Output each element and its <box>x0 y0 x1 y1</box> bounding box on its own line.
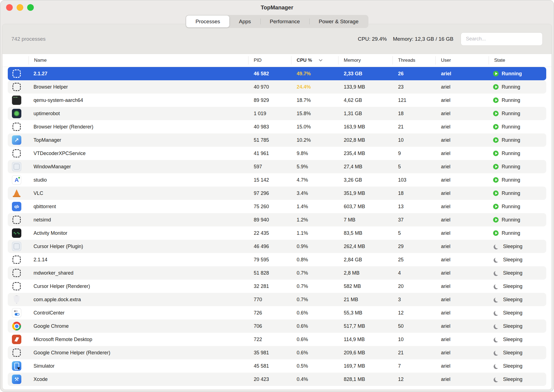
column-header-memory[interactable]: Memory <box>338 54 393 67</box>
table-row[interactable]: Simulator 45 581 0.5% 169,7 MB 7 ariel S… <box>8 359 546 373</box>
process-pid: 35 981 <box>248 350 291 356</box>
table-row[interactable]: Cursor Helper (Plugin) 46 496 0.9% 262,4… <box>8 240 546 253</box>
column-header-user[interactable]: User <box>435 54 489 67</box>
state-label: Sleeping <box>503 310 522 316</box>
table-row[interactable]: VTDecoderXPCService 41 961 9.8% 235,4 MB… <box>8 147 546 160</box>
state-label: Running <box>502 217 520 223</box>
process-cpu: 0.7% <box>291 297 338 303</box>
uptime-app-icon <box>12 109 21 118</box>
process-user: ariel <box>435 230 489 236</box>
tab-performance[interactable]: Performance <box>260 16 309 27</box>
process-memory: 582 MB <box>338 283 393 289</box>
process-state: Running <box>489 217 546 223</box>
process-state: Running <box>489 177 546 183</box>
table-row[interactable]: A studio 15 142 4.7% 3,26 GB 103 ariel R… <box>8 173 546 187</box>
xcode-app-icon: ⚒ <box>12 375 21 384</box>
table-row[interactable]: netsimd 89 940 1.2% 7 MB 37 ariel Runnin… <box>8 213 546 226</box>
process-threads: 20 <box>393 283 435 289</box>
sleeping-moon-icon <box>495 363 500 368</box>
table-row[interactable]: ⚒ Xcode 20 423 0.4% 828,1 MB 12 ariel Sl… <box>8 373 546 386</box>
process-user: ariel <box>435 177 489 183</box>
table-row[interactable]: mdworker_shared 51 828 0.7% 2,8 MB 4 ari… <box>8 266 546 280</box>
table-row[interactable]: VLC 97 296 3.4% 351,9 MB 18 ariel Runnin… <box>8 187 546 200</box>
table-row[interactable]: uptimerobot 1 019 15.8% 1,31 GB 18 ariel… <box>8 107 546 120</box>
process-name: studio <box>29 177 248 183</box>
process-user: ariel <box>435 151 489 156</box>
search-input[interactable] <box>461 32 543 46</box>
state-label: Running <box>502 71 522 77</box>
running-play-icon <box>493 97 499 103</box>
column-header-name[interactable]: Name <box>29 54 248 67</box>
process-name: 2.1.14 <box>29 257 248 263</box>
dashed-app-icon <box>12 349 21 357</box>
process-memory: 55,3 MB <box>338 310 393 316</box>
process-memory: 2,33 GB <box>338 71 393 77</box>
process-user: ariel <box>435 124 489 130</box>
process-pid: 40 970 <box>248 84 291 90</box>
table-row[interactable]: Browser Helper (Renderer) 40 983 15.0% 1… <box>8 120 546 133</box>
table-row[interactable]: Google Chrome 706 0.6% 517,7 MB 50 ariel… <box>8 319 546 333</box>
process-user: ariel <box>435 337 489 342</box>
table-row[interactable]: ControlCenter 726 0.6% 55,3 MB 12 ariel … <box>8 306 546 319</box>
process-pid: 89 929 <box>248 97 291 103</box>
process-table: 2.1.27 46 582 49.7% 2,33 GB 26 ariel Run… <box>2 67 552 390</box>
process-user: ariel <box>435 164 489 170</box>
process-pid: 51 785 <box>248 137 291 143</box>
table-row[interactable]: Microsoft Remote Desktop 722 0.6% 114,9 … <box>8 333 546 346</box>
process-name: Cursor Helper (Plugin) <box>29 244 248 249</box>
process-state: Running <box>489 84 546 90</box>
process-count: 742 processes <box>11 36 46 42</box>
process-state: Running <box>489 137 546 143</box>
process-pid: 726 <box>248 310 291 316</box>
dashed-app-icon <box>12 83 21 91</box>
state-label: Sleeping <box>503 257 522 263</box>
table-row[interactable]: Google Chrome Helper (Renderer) 35 981 0… <box>8 346 546 359</box>
process-pid: 706 <box>248 323 291 329</box>
table-row[interactable]: 2.1.27 46 582 49.7% 2,33 GB 26 ariel Run… <box>8 67 546 80</box>
table-row[interactable]: Cursor Helper (Renderer) 32 281 0.7% 582… <box>8 280 546 293</box>
process-cpu: 0.5% <box>291 363 338 369</box>
tab-power-storage[interactable]: Power & Storage <box>309 16 368 27</box>
table-row[interactable]: com.apple.dock.extra 770 0.7% 21 MB 3 ar… <box>8 293 546 306</box>
titlebar[interactable]: TopManager <box>0 0 554 15</box>
table-row[interactable]: qb qbittorrent 75 260 1.4% 603,7 MB 13 a… <box>8 200 546 213</box>
vlc-app-icon <box>12 189 21 198</box>
process-threads: 50 <box>393 323 435 329</box>
column-header-label: Memory <box>344 58 361 63</box>
table-row[interactable]: ∿∿ Activity Monitor 22 435 1.1% 83,5 MB … <box>8 226 546 240</box>
process-name: VLC <box>29 190 248 196</box>
table-row[interactable]: qemu-system-aarch64 89 929 18.7% 4,62 GB… <box>8 94 546 107</box>
process-threads: 12 <box>393 310 435 316</box>
column-header-state[interactable]: State <box>489 54 546 67</box>
process-memory: 262,4 MB <box>338 244 393 249</box>
column-header-threads[interactable]: Threads <box>393 54 435 67</box>
process-name: Google Chrome <box>29 323 248 329</box>
running-play-icon <box>493 71 499 76</box>
running-play-icon <box>493 204 499 209</box>
process-threads: 25 <box>393 257 435 263</box>
process-pid: 46 496 <box>248 244 291 249</box>
process-memory: 4,62 GB <box>338 97 393 103</box>
process-threads: 7 <box>393 363 435 369</box>
column-header-pid[interactable]: PID <box>248 54 291 67</box>
column-header-cpu-[interactable]: CPU % <box>291 54 338 67</box>
column-header-label: PID <box>254 58 261 63</box>
process-pid: 40 983 <box>248 124 291 130</box>
tab-processes[interactable]: Processes <box>186 16 230 27</box>
tab-apps[interactable]: Apps <box>229 16 260 27</box>
process-state: Sleeping <box>489 337 546 342</box>
process-pid: 22 435 <box>248 230 291 236</box>
table-row[interactable]: 2.1.14 79 595 0.8% 2,84 GB 25 ariel Slee… <box>8 253 546 266</box>
process-threads: 13 <box>393 204 435 210</box>
process-threads: 3 <box>393 297 435 303</box>
process-state: Running <box>489 71 546 77</box>
table-row[interactable]: ↗ TopManager 51 785 10.2% 202,8 MB 10 ar… <box>8 133 546 147</box>
state-label: Running <box>502 190 520 196</box>
process-user: ariel <box>435 84 489 90</box>
table-row[interactable]: Browser Helper 40 970 24.4% 133,9 MB 23 … <box>8 80 546 94</box>
process-cpu: 0.6% <box>291 350 338 356</box>
table-row[interactable]: WindowManager 597 5.9% 27,4 MB 5 ariel R… <box>8 160 546 173</box>
process-pid: 46 582 <box>248 71 291 77</box>
state-label: Sleeping <box>503 297 522 303</box>
process-name: Browser Helper (Renderer) <box>29 124 248 130</box>
